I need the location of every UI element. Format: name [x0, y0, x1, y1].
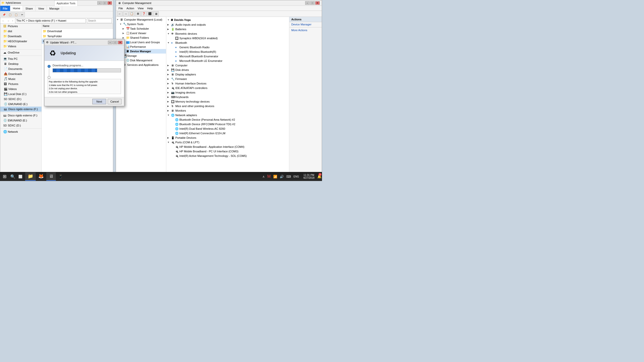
ribbon-pin-icon[interactable]: 📌: [1, 12, 7, 17]
chevron-up-icon[interactable]: ∧: [262, 175, 266, 178]
close-button[interactable]: ✕: [107, 1, 112, 5]
dev-memory[interactable]: ▶ 🔲 Memory technology devices: [166, 99, 289, 104]
dev-ports[interactable]: ▼ 🔌 Ports (COM & LPT): [166, 140, 289, 145]
dev-imaging[interactable]: ▶ 📷 Imaging devices: [166, 90, 289, 95]
ribbon-copy-icon[interactable]: 📋: [7, 12, 13, 17]
toolbar-export-btn[interactable]: ⬛: [147, 11, 153, 16]
dev-hp-com3[interactable]: 🔌 HP Mobile Broadband - PC UI Interface …: [166, 149, 289, 154]
tab-home[interactable]: Home: [10, 6, 23, 11]
menu-view[interactable]: View: [136, 7, 145, 10]
menu-file[interactable]: File: [117, 7, 125, 10]
dev-disk-drives[interactable]: ▶ 💾 Disk drives: [166, 68, 289, 72]
tree-system-tools[interactable]: ▼ 🔧 System Tools: [116, 22, 166, 26]
sidebar-item-onedrive[interactable]: ☁ OneDrive: [0, 50, 42, 55]
taskbar-clock[interactable]: 11:31 PM 4/27/2018: [301, 172, 317, 181]
keyboard-tray-icon[interactable]: ⌨: [286, 175, 292, 178]
dev-keyboards[interactable]: ▶ ⌨ Keyboards: [166, 95, 289, 99]
sidebar-item-documents[interactable]: 📄 Documents: [0, 66, 42, 71]
uw-minimize-button[interactable]: ─: [108, 41, 112, 44]
menu-action[interactable]: Action: [125, 7, 136, 10]
file-row-driverinstall[interactable]: 📁 DriverInstall: [42, 29, 113, 34]
dev-ide[interactable]: ▶ 🔌 IDE ATA/ATAPI controllers: [166, 86, 289, 90]
uw-steps-area[interactable]: Pay attention to the following during th…: [48, 79, 121, 94]
taskbar-computer-mgmt[interactable]: 🖥: [46, 172, 56, 181]
dev-batteries[interactable]: ▶ 🔋 Batteries: [166, 27, 289, 31]
dev-display[interactable]: ▶ 🖥 Display adapters: [166, 72, 289, 77]
toolbar-forward-btn[interactable]: →: [123, 11, 129, 16]
nav-back-button[interactable]: ←: [1, 19, 5, 22]
uw-maximize-button[interactable]: □: [113, 41, 117, 44]
sidebar-item-hegouploader[interactable]: 📁 HEGOUploader: [0, 39, 42, 44]
tab-file[interactable]: File: [0, 6, 10, 11]
sidebar-item-emunand-e[interactable]: 💿 EMUNAND (E:): [0, 102, 42, 107]
tab-view[interactable]: View: [36, 6, 47, 11]
sidebar-item-emunand2[interactable]: 💿 EMUNAND (E:): [0, 118, 42, 123]
cm-minimize-button[interactable]: ─: [305, 1, 310, 5]
sidebar-item-network[interactable]: 🌐 Network: [0, 129, 42, 134]
dev-network[interactable]: ▼ 🌐 Network adapters: [166, 113, 289, 117]
action-device-manager[interactable]: Device Manager: [289, 22, 322, 27]
toolbar-grid-btn[interactable]: ⊞: [135, 11, 141, 16]
taskbar-file-explorer[interactable]: 📁: [25, 172, 36, 181]
dev-computer[interactable]: ▶ 🖥 Computer: [166, 63, 289, 68]
app-tools-tab[interactable]: Application Tools: [54, 0, 78, 6]
dev-portable[interactable]: ▶ 📱 Portable Devices: [166, 135, 289, 140]
task-view-button[interactable]: ⬜: [17, 173, 24, 180]
start-button[interactable]: ⊞: [0, 172, 9, 181]
address-path[interactable]: This PC > Disco rigido esterno (F:) > Hu…: [15, 19, 86, 23]
file-row-tempfolder[interactable]: 📁 TempFolder: [42, 34, 113, 39]
sidebar-item-disco-f[interactable]: 🖴 Disco rigido esterno (F:): [0, 107, 42, 112]
tab-share[interactable]: Share: [23, 6, 35, 11]
dev-bt-pan[interactable]: 🌐 Bluetooth Device (Personal Area Networ…: [166, 117, 289, 122]
sidebar-item-videos[interactable]: 📁 Videos: [0, 44, 42, 49]
dev-intel-amt[interactable]: 🔌 Intel(R) Active Management Technology …: [166, 154, 289, 158]
dev-firmware[interactable]: ▶ 🔧 Firmware: [166, 77, 289, 81]
toolbar-back-btn[interactable]: ←: [117, 11, 123, 16]
email-icon[interactable]: M: [267, 174, 271, 179]
sidebar-item-sdxc-d[interactable]: SD SDXC (D:): [0, 97, 42, 102]
ribbon-paste-icon[interactable]: 📋: [13, 12, 19, 17]
sidebar-item-dist[interactable]: 📁 dist: [0, 29, 42, 34]
sidebar-item-videos2[interactable]: 🎬 Videos: [0, 86, 42, 92]
dev-monitors[interactable]: ▶ 🖥 Monitors: [166, 108, 289, 113]
nav-up-button[interactable]: ↑: [11, 19, 14, 22]
dev-generic-bt[interactable]: ● Generic Bluetooth Radio: [166, 45, 289, 50]
tab-manage[interactable]: Manage: [47, 6, 62, 11]
dev-ms-bt-le[interactable]: ● Microsoft Bluetooth LE Enumerator: [166, 59, 289, 63]
dev-ms-bt[interactable]: ● Microsoft Bluetooth Enumerator: [166, 54, 289, 59]
dev-mice[interactable]: ▶ 🖱 Mice and other pointing devices: [166, 104, 289, 108]
sidebar-item-downloads2[interactable]: 📥 Downloads: [0, 71, 42, 76]
sidebar-item-pictures2[interactable]: 🖼 Pictures: [0, 81, 42, 86]
dev-intel-eth[interactable]: 🌐 Intel(R) Ethernet Connection I219-LM: [166, 131, 289, 135]
dev-biometric[interactable]: ▼ 👁 Biometric devices: [166, 31, 289, 36]
cm-maximize-button[interactable]: □: [310, 1, 315, 5]
toolbar-help-btn[interactable]: ❓: [141, 11, 147, 16]
taskbar-phone[interactable]: 📱: [56, 172, 65, 181]
menu-help[interactable]: Help: [146, 7, 154, 10]
sidebar-item-disco-f2[interactable]: 🖴 Disco rigido esterno (F:): [0, 113, 42, 118]
toolbar-screen-btn[interactable]: 🖥: [153, 11, 159, 16]
dev-hid[interactable]: ▶ 🖱 Human Interface Devices: [166, 81, 289, 86]
sidebar-item-local-c[interactable]: 💾 Local Disk (C:): [0, 92, 42, 97]
dev-bt-rfcomm[interactable]: 🌐 Bluetooth Device (RFCOMM Protocol TDI)…: [166, 122, 289, 126]
sidebar-item-sdxc2[interactable]: SD SDXC (D:): [0, 123, 42, 128]
network-tray-icon[interactable]: 📶: [272, 175, 278, 178]
taskbar-firefox[interactable]: 🦊: [36, 172, 46, 181]
action-more-actions[interactable]: More Actions: [289, 28, 322, 32]
dev-audio[interactable]: ▶ 🔊 Audio inputs and outputs: [166, 22, 289, 27]
dev-intel-wifi[interactable]: 🌐 Intel(R) Dual Band Wireless-AC 8260: [166, 126, 289, 131]
dev-bluetooth[interactable]: ▼ ● Bluetooth: [166, 40, 289, 45]
sidebar-item-desktop[interactable]: 🖥 Desktop: [0, 61, 42, 66]
next-button[interactable]: Next: [92, 99, 106, 104]
cm-close-button[interactable]: ✕: [315, 1, 320, 5]
volume-icon[interactable]: 🔊: [279, 175, 285, 178]
sidebar-item-downloads[interactable]: 📁 Downloads: [0, 34, 42, 39]
tree-task-scheduler[interactable]: ▶ 📅 Task Scheduler: [116, 26, 166, 31]
search-button[interactable]: 🔍: [9, 173, 17, 180]
sidebar-item-thispc[interactable]: 💻 This PC: [0, 56, 42, 61]
sidebar-item-pictures[interactable]: 🖼 Pictures: [0, 24, 42, 29]
dev-hp-com4[interactable]: 🔌 HP Mobile Broadband - Application Inte…: [166, 145, 289, 149]
uw-close-button[interactable]: ✕: [118, 41, 123, 44]
toolbar-folder-btn[interactable]: 📋: [129, 11, 135, 16]
dev-synaptics[interactable]: 🔲 Synaptics WBDI(SGX enabled): [166, 36, 289, 40]
